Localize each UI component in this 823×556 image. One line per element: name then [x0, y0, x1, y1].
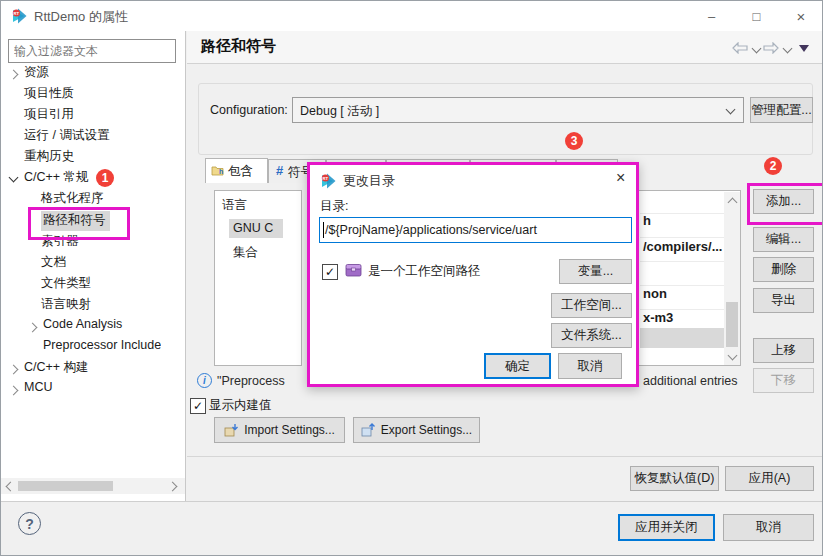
- language-row-gnu-c[interactable]: GNU C: [229, 219, 283, 238]
- manage-configurations-button[interactable]: 管理配置...: [750, 97, 813, 123]
- language-row-assembly[interactable]: 集合: [233, 244, 258, 261]
- sidebar-item-code-analysis[interactable]: Code Analysis: [43, 317, 122, 331]
- sidebar-item-mcu[interactable]: MCU: [24, 380, 52, 394]
- ok-label: 确定: [505, 358, 530, 375]
- apply-and-close-button[interactable]: 应用并关闭: [618, 514, 715, 541]
- sidebar-item-indexer[interactable]: 索引器: [41, 233, 79, 250]
- change-directory-dialog: RT 更改目录 × 目录: /${ProjName}/applications/…: [307, 162, 639, 387]
- sidebar-h-scrollbar[interactable]: [1, 478, 185, 494]
- sidebar-item-formatter[interactable]: 格式化程序: [41, 190, 104, 207]
- entry-fragment[interactable]: non: [643, 286, 667, 301]
- chevron-down-icon: [726, 105, 736, 115]
- sidebar: 资源 项目性质 项目引用 运行 / 调试设置 重构历史 C/C++ 常规 格式化…: [1, 31, 186, 501]
- back-arrow-icon[interactable]: [732, 42, 748, 54]
- close-icon: ×: [797, 8, 806, 25]
- tab-includes-label: 包含: [228, 163, 253, 180]
- scroll-left-icon[interactable]: [6, 482, 16, 492]
- apply-button[interactable]: 应用(A): [725, 466, 814, 491]
- expand-arrow-icon[interactable]: [9, 70, 19, 80]
- move-up-button[interactable]: 上移: [753, 338, 814, 363]
- minimize-icon: –: [708, 9, 715, 24]
- check-icon: ✓: [193, 399, 203, 413]
- show-builtins-checkbox[interactable]: ✓: [190, 398, 206, 414]
- ok-button[interactable]: 确定: [484, 353, 551, 379]
- variables-button[interactable]: 变量...: [559, 259, 632, 284]
- sidebar-item-cpp-build[interactable]: C/C++ 构建: [24, 359, 89, 376]
- help-icon: ?: [25, 516, 34, 532]
- text-caret: [323, 222, 324, 238]
- forward-arrow-icon[interactable]: [763, 42, 779, 54]
- sidebar-item-project-references[interactable]: 项目引用: [24, 106, 74, 123]
- sidebar-item-file-types[interactable]: 文件类型: [41, 275, 91, 292]
- directory-input[interactable]: /${ProjName}/applications/service/uart: [319, 217, 632, 243]
- dialog-close-icon[interactable]: ×: [616, 169, 625, 187]
- variables-label: 变量...: [578, 263, 613, 280]
- view-menu-icon[interactable]: [799, 45, 809, 52]
- sidebar-item-preprocessor-include[interactable]: Preprocessor Include: [43, 338, 161, 352]
- collapse-arrow-icon[interactable]: [9, 173, 19, 183]
- tab-includes[interactable]: h 包含: [205, 158, 268, 183]
- add-label: 添加...: [766, 193, 801, 210]
- sidebar-item-run-debug-settings[interactable]: 运行 / 调试设置: [24, 127, 109, 144]
- expand-arrow-icon[interactable]: [9, 365, 19, 375]
- info-text-left: "Preprocess: [217, 374, 285, 388]
- entries-v-scrollbar[interactable]: [724, 192, 740, 365]
- entry-fragment[interactable]: /compilers/...: [643, 239, 722, 254]
- minimize-button[interactable]: –: [689, 1, 734, 31]
- back-history-dropdown-icon[interactable]: [752, 44, 762, 54]
- expand-arrow-icon[interactable]: [28, 323, 38, 333]
- dialog-title: 更改目录: [343, 172, 395, 190]
- scrollbar-thumb[interactable]: [18, 481, 113, 491]
- sidebar-item-paths-symbols[interactable]: 路径和符号: [41, 211, 110, 231]
- sidebar-item-documentation[interactable]: 文档: [41, 254, 66, 271]
- hash-icon: #: [276, 163, 283, 178]
- forward-history-dropdown-icon[interactable]: [783, 44, 793, 54]
- close-button[interactable]: ×: [779, 1, 823, 31]
- add-button[interactable]: 添加...: [753, 189, 814, 214]
- maximize-button[interactable]: □: [734, 1, 779, 31]
- filter-input[interactable]: [8, 39, 176, 63]
- export-settings-button[interactable]: Export Settings...: [353, 417, 480, 443]
- scroll-down-icon[interactable]: [728, 351, 738, 361]
- title-bar: RT RttDemo 的属性 – □ ×: [1, 1, 822, 31]
- workspace-button[interactable]: 工作空间...: [551, 293, 632, 318]
- entry-fragment[interactable]: h: [643, 213, 651, 228]
- info-icon-glyph: i: [203, 375, 206, 386]
- directory-value: /${ProjName}/applications/service/uart: [325, 223, 537, 237]
- workspace-button-label: 工作空间...: [561, 297, 621, 314]
- filesystem-button[interactable]: 文件系统...: [551, 323, 632, 348]
- apply-label: 应用(A): [749, 470, 791, 487]
- restore-defaults-button[interactable]: 恢复默认值(D): [630, 466, 719, 491]
- configuration-select[interactable]: Debug [ 活动 ]: [292, 97, 744, 123]
- sidebar-item-cpp-general[interactable]: C/C++ 常规: [24, 169, 89, 186]
- page-header: 路径和符号: [187, 31, 823, 64]
- language-header: 语言: [222, 197, 247, 214]
- rt-thread-logo-icon: RT: [320, 173, 336, 189]
- export-button[interactable]: 导出: [753, 288, 814, 313]
- cancel-button[interactable]: 取消: [723, 514, 814, 541]
- sidebar-item-refactoring-history[interactable]: 重构历史: [24, 148, 74, 165]
- help-button[interactable]: ?: [18, 512, 41, 535]
- info-text-right: additional entries: [643, 374, 738, 388]
- workspace-path-checkbox[interactable]: ✓: [322, 264, 338, 280]
- scroll-right-icon[interactable]: [168, 482, 178, 492]
- sidebar-item-language-mappings[interactable]: 语言映射: [41, 296, 91, 313]
- import-settings-label: Import Settings...: [244, 423, 335, 437]
- delete-button[interactable]: 删除: [753, 257, 814, 282]
- sidebar-item-project-nature[interactable]: 项目性质: [24, 85, 74, 102]
- entry-row-selected[interactable]: [640, 328, 724, 348]
- expand-arrow-icon[interactable]: [9, 386, 19, 396]
- move-down-button[interactable]: 下移: [753, 368, 814, 393]
- info-icon: i: [197, 373, 212, 388]
- scroll-up-icon[interactable]: [728, 198, 738, 208]
- sidebar-item-resource[interactable]: 资源: [24, 64, 49, 81]
- edit-button[interactable]: 编辑...: [753, 227, 814, 252]
- dialog-cancel-button[interactable]: 取消: [558, 353, 622, 379]
- svg-text:h: h: [219, 168, 223, 175]
- import-settings-button[interactable]: Import Settings...: [214, 417, 345, 443]
- directory-label: 目录:: [320, 198, 348, 215]
- scrollbar-thumb[interactable]: [726, 302, 738, 347]
- entry-fragment[interactable]: x-m3: [643, 310, 673, 325]
- includes-folder-icon: h: [211, 164, 224, 177]
- workspace-path-label: 是一个工作空间路径: [368, 263, 481, 280]
